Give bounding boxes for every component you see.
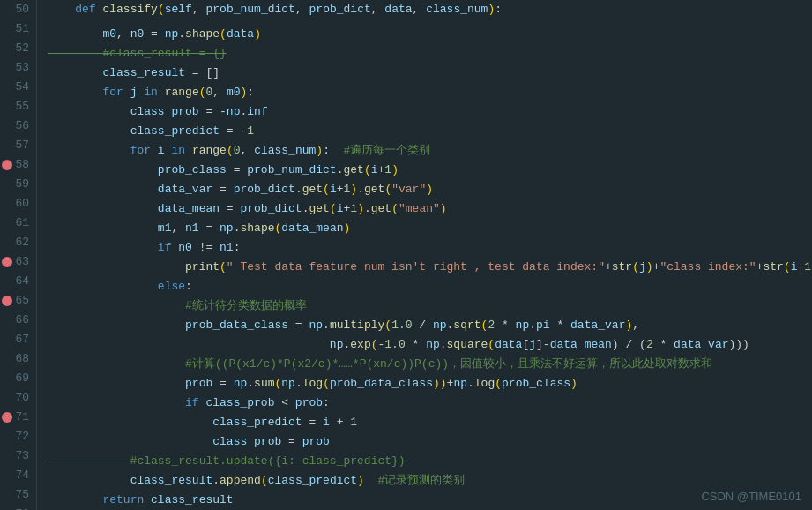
line-56: 56 [0,116,36,136]
code-line-70: prob = np.sum(np.log(prob_data_class))+n… [48,374,812,394]
code-line-50: def classify(self, prob_num_dict, prob_d… [48,0,812,19]
line-76: 76 [0,505,36,510]
code-line-71: if class_prob < prob: [48,394,812,413]
code-line-76: return class_result [48,491,812,510]
code-line-56: class_prob = -np.inf [48,102,812,122]
line-61: 61 [0,214,36,233]
code-line-53: #class_result = {} [48,44,812,64]
code-line-57: class_predict = -1 [48,122,812,141]
line-60: 60 [0,194,36,214]
line-74: 74 [0,466,36,485]
code-line-74: #class_result.update({i: class_predict}) [48,452,812,471]
line-73: 73 [0,446,36,466]
line-65: 65 [0,291,36,311]
line-68: 68 [0,349,36,369]
watermark: CSDN @TIME0101 [701,490,801,503]
code-line-75: class_result.append(class_predict) #记录预测… [48,471,812,491]
line-64: 64 [0,272,36,291]
line-58: 58 [0,155,36,175]
code-line-65: else: [48,277,812,296]
line-55: 55 [0,97,36,116]
line-numbers: 50 51 52 53 54 55 56 57 58 59 60 61 62 6… [0,0,37,510]
code-line-61: data_mean = prob_dict.get(i+1).get("mean… [48,199,812,219]
code-content: def classify(self, prob_num_dict, prob_d… [37,0,812,510]
code-line-73: class_prob = prob [48,432,812,452]
line-57: 57 [0,136,36,155]
line-66: 66 [0,311,36,330]
code-line-55: for j in range(0, m0): [48,83,812,102]
line-51: 51 [0,19,36,39]
code-line-66: #统计待分类数据的概率 [48,296,812,316]
line-75: 75 [0,485,36,505]
line-72: 72 [0,427,36,446]
code-line-62: m1, n1 = np.shape(data_mean) [48,219,812,238]
code-line-64: print(" Test data feature num isn't righ… [48,258,812,277]
code-line-69: #计算((P(x1/c)*P(x2/c)*……*P(xn/c))P(c))，因值… [48,355,812,374]
code-line-54: class_result = [] [48,64,812,83]
line-52: 52 [0,39,36,58]
line-71: 71 [0,408,36,427]
line-70: 70 [0,388,36,408]
line-63: 63 [0,252,36,272]
line-53: 53 [0,58,36,78]
line-59: 59 [0,175,36,194]
code-line-58: for i in range(0, class_num): #遍历每一个类别 [48,141,812,161]
line-67: 67 [0,330,36,349]
code-line-52: m0, n0 = np.shape(data) [48,25,812,44]
line-69: 69 [0,369,36,388]
code-line-68: np.exp(-1.0 * np.square(data[j]-data_mea… [48,335,812,355]
code-line-60: data_var = prob_dict.get(i+1).get("var") [48,180,812,199]
line-62: 62 [0,233,36,252]
line-50: 50 [0,0,36,19]
code-line-63: if n0 != n1: [48,238,812,258]
code-editor: 50 51 52 53 54 55 56 57 58 59 60 61 62 6… [0,0,812,510]
code-line-59: prob_class = prob_num_dict.get(i+1) [48,161,812,180]
code-line-67: prob_data_class = np.multiply(1.0 / np.s… [48,316,812,335]
line-54: 54 [0,78,36,97]
code-line-72: class_predict = i + 1 [48,413,812,432]
